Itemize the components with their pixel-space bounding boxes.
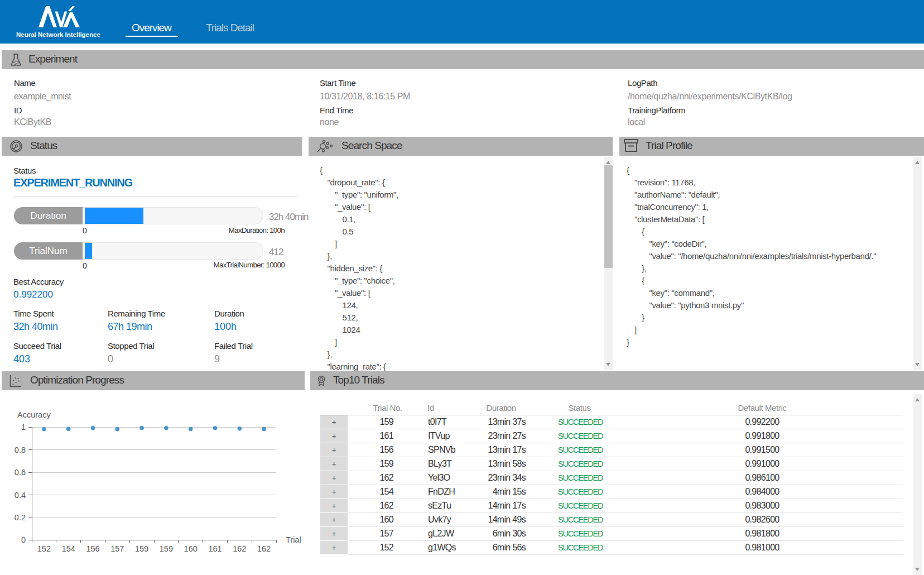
svg-text:156: 156 <box>86 544 99 553</box>
svg-text:0.6: 0.6 <box>15 468 26 477</box>
svg-text:1: 1 <box>21 423 26 432</box>
svg-text:159: 159 <box>135 544 148 553</box>
svg-text:152: 152 <box>37 544 51 553</box>
svg-text:0: 0 <box>21 535 26 544</box>
svg-text:162: 162 <box>257 544 271 553</box>
svg-text:157: 157 <box>110 544 124 553</box>
svg-text:160: 160 <box>184 544 198 553</box>
svg-text:0.8: 0.8 <box>15 445 26 454</box>
svg-text:154: 154 <box>62 544 75 553</box>
svg-text:0.2: 0.2 <box>15 513 26 522</box>
svg-text:0.4: 0.4 <box>15 491 26 500</box>
svg-text:161: 161 <box>208 544 222 553</box>
svg-text:162: 162 <box>233 544 246 553</box>
svg-text:Accuracy: Accuracy <box>17 410 51 419</box>
svg-text:159: 159 <box>160 544 173 553</box>
svg-text:Trial: Trial <box>286 535 301 544</box>
